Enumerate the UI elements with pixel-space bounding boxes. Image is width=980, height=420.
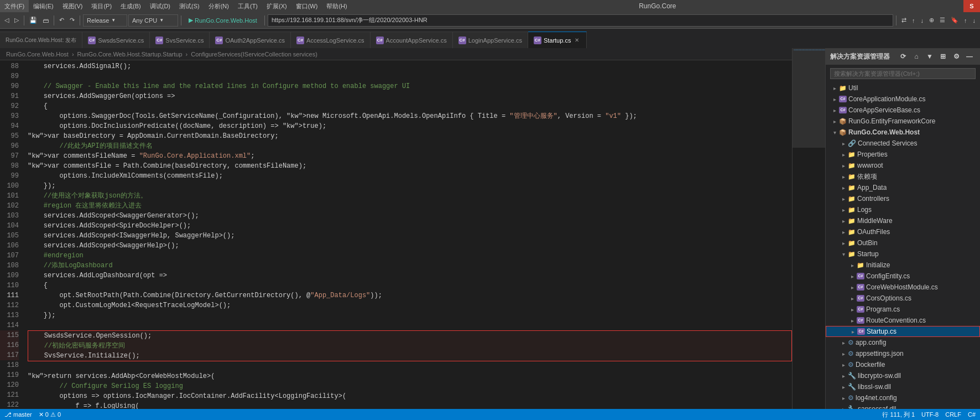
url-bar[interactable] bbox=[268, 14, 893, 27]
menu-help[interactable]: 帮助(H) bbox=[322, 0, 351, 12]
tree-node-10[interactable]: ▸ 📁 Controllers bbox=[826, 193, 980, 204]
save-all-button[interactable]: 🗃 bbox=[40, 16, 51, 25]
tree-node-23[interactable]: ▸ ⚙ app.config bbox=[826, 337, 980, 348]
code-line-98: "kw">var commentsFile = Path.Combine(bas… bbox=[28, 161, 792, 171]
tree-arrow-24: ▸ bbox=[839, 351, 848, 357]
sol-sync-btn[interactable]: ⟳ bbox=[897, 50, 909, 63]
minimap-panel: ████████████████████████████████████████… bbox=[792, 48, 825, 409]
toolbar-icon-6[interactable]: 🔖 bbox=[948, 15, 961, 25]
platform-label: Any CPU bbox=[132, 17, 157, 24]
tab-1[interactable]: C# SwsdsService.cs bbox=[82, 32, 150, 48]
tree-node-28[interactable]: ▸ ⚙ log4net.config bbox=[826, 392, 980, 403]
tree-node-1[interactable]: ▸ C# CoreApplicationModule.cs bbox=[826, 94, 980, 105]
tree-node-20[interactable]: ▸ C# Program.cs bbox=[826, 304, 980, 315]
menu-analyze[interactable]: 分析(N) bbox=[204, 0, 233, 12]
toolbar-icon-5[interactable]: ☰ bbox=[937, 15, 947, 25]
tree-label-5: Connected Services bbox=[858, 139, 917, 147]
tree-node-9[interactable]: ▸ 📁 App_Data bbox=[826, 182, 980, 193]
tree-node-17[interactable]: ▸ C# ConfigEntity.cs bbox=[826, 271, 980, 282]
tree-node-25[interactable]: ▸ ⚙ Dockerfile bbox=[826, 359, 980, 370]
tab-0[interactable]: RunGo.Core.Web.Host: 发布 bbox=[0, 32, 82, 48]
toolbar-icon-4[interactable]: ⊕ bbox=[927, 15, 936, 25]
tree-node-24[interactable]: ▸ ⚙ appsettings.json bbox=[826, 348, 980, 359]
menu-test[interactable]: 测试(S) bbox=[175, 0, 204, 12]
code-line-116: //初始化密码服务程序空间 bbox=[28, 341, 791, 351]
tab-4[interactable]: C# AccessLogService.cs bbox=[291, 32, 371, 48]
cs-icon: C# bbox=[857, 284, 864, 291]
code-line-90: // Swagger - Enable this line and the re… bbox=[28, 81, 792, 91]
main-layout: RunGo.Core.Web.Host › RunGo.Core.Web.Hos… bbox=[0, 48, 980, 409]
menu-file[interactable]: 文件(F) bbox=[0, 0, 29, 12]
menu-extensions[interactable]: 扩展(X) bbox=[262, 0, 291, 12]
toolbar-sep-4 bbox=[181, 15, 181, 25]
menu-tools[interactable]: 工具(T) bbox=[233, 0, 262, 12]
code-content[interactable]: services.AddSignalR(); // Swagger - Enab… bbox=[23, 60, 792, 409]
sol-close-btn[interactable]: — bbox=[963, 50, 976, 63]
sol-expand-btn[interactable]: ⊞ bbox=[937, 50, 949, 63]
sol-home-btn[interactable]: ⌂ bbox=[910, 50, 922, 63]
toolbar-icon-1[interactable]: ⇄ bbox=[899, 15, 909, 25]
tree-node-13[interactable]: ▸ 📁 OAuthFiles bbox=[826, 226, 980, 237]
tree-node-16[interactable]: ▸ 📁 Initialize bbox=[826, 260, 980, 271]
save-button[interactable]: 💾 bbox=[27, 15, 39, 25]
forward-button[interactable]: ▷ bbox=[12, 15, 21, 25]
sol-filter-btn[interactable]: ▼ bbox=[924, 50, 936, 63]
tree-node-27[interactable]: ▸ 🔧 libssl-sw.dll bbox=[826, 381, 980, 392]
tree-node-2[interactable]: ▸ C# CoreAppServiceBase.cs bbox=[826, 105, 980, 116]
menu-build[interactable]: 生成(B) bbox=[116, 0, 145, 12]
status-bar: ⎇ master ✕ 0 ⚠ 0 行 111, 列 1 UTF-8 CRLF C… bbox=[0, 409, 980, 420]
back-button[interactable]: ◁ bbox=[2, 15, 11, 25]
tree-node-8[interactable]: ▸ 📁 依赖项 bbox=[826, 171, 980, 182]
tree-node-19[interactable]: ▸ C# CorsOptions.cs bbox=[826, 293, 980, 304]
menu-bar[interactable]: 文件(F) 编辑(E) 视图(V) 项目(P) 生成(B) 调试(D) 测试(S… bbox=[0, 0, 352, 12]
breadcrumb: RunGo.Core.Web.Host › RunGo.Core.Web.Hos… bbox=[0, 48, 792, 60]
tree-node-12[interactable]: ▸ 📁 MiddleWare bbox=[826, 215, 980, 226]
tab-close-7[interactable]: ✕ bbox=[573, 37, 581, 44]
toolbar-icon-2[interactable]: ↑ bbox=[910, 16, 918, 25]
tree-node-3[interactable]: ▸ 📦 RunGo.EntityFrameworkCore bbox=[826, 116, 980, 127]
tree-node-14[interactable]: ▸ 📁 OutBin bbox=[826, 237, 980, 248]
tab-3[interactable]: C# OAuth2AppService.cs bbox=[210, 32, 291, 48]
tab-6[interactable]: C# LoginAppService.cs bbox=[453, 32, 528, 48]
tree-node-18[interactable]: ▸ C# CoreWebHostModule.cs bbox=[826, 282, 980, 293]
tree-node-22[interactable]: ▸ C# Startup.cs bbox=[826, 326, 980, 337]
menu-project[interactable]: 项目(P) bbox=[87, 0, 116, 12]
config-icon: ⚙ bbox=[848, 350, 854, 357]
tab-2[interactable]: C# SvsService.cs bbox=[150, 32, 210, 48]
config-dropdown[interactable]: Release ▼ bbox=[83, 14, 127, 27]
toolbar-icon-8[interactable]: ↓ bbox=[971, 16, 978, 25]
code-line-99: options.IncludeXmlComments(commentsFile)… bbox=[28, 171, 792, 181]
tab-5[interactable]: C# AccountAppService.cs bbox=[371, 32, 453, 48]
tree-node-11[interactable]: ▸ 📁 Logs bbox=[826, 204, 980, 215]
solution-search[interactable] bbox=[826, 65, 980, 82]
menu-debug[interactable]: 调试(D) bbox=[145, 0, 175, 12]
tree-node-15[interactable]: ▾ 📁 Startup bbox=[826, 248, 980, 260]
tree-node-29[interactable]: ▸ 🔧 sansecsaf.dll bbox=[826, 403, 980, 409]
tree-node-7[interactable]: ▸ 📁 wwwroot bbox=[826, 160, 980, 171]
code-line-93: options.SwaggerDoc(Tools.GetServiceName(… bbox=[28, 111, 792, 121]
tree-node-6[interactable]: ▸ 📁 Properties bbox=[826, 149, 980, 160]
toolbar-sep-6 bbox=[896, 15, 896, 25]
tree-node-0[interactable]: ▸ 📁 Util bbox=[826, 82, 980, 94]
redo-button[interactable]: ↷ bbox=[67, 15, 77, 25]
title-bar: 文件(F) 编辑(E) 视图(V) 项目(P) 生成(B) 调试(D) 测试(S… bbox=[0, 0, 980, 12]
menu-edit[interactable]: 编辑(E) bbox=[29, 0, 58, 12]
toolbar-icon-3[interactable]: ↓ bbox=[919, 16, 926, 25]
toolbar-icon-7[interactable]: ↑ bbox=[962, 16, 969, 25]
sol-settings-btn[interactable]: ⚙ bbox=[950, 50, 962, 63]
code-line-114 bbox=[28, 320, 792, 330]
tab-7[interactable]: C# Startup.cs ✕ bbox=[528, 32, 587, 48]
tree-node-21[interactable]: ▸ C# RouteConvention.cs bbox=[826, 315, 980, 326]
solution-search-input[interactable] bbox=[830, 68, 976, 79]
user-avatar[interactable]: S bbox=[963, 0, 980, 12]
status-errors[interactable]: ✕ 0 ⚠ 0 bbox=[39, 411, 61, 418]
menu-window[interactable]: 窗口(W) bbox=[291, 0, 322, 12]
tree-label-4: RunGo.Core.Web.Host bbox=[848, 128, 920, 136]
tree-node-5[interactable]: ▸ 🔗 Connected Services bbox=[826, 138, 980, 149]
undo-button[interactable]: ↶ bbox=[57, 15, 66, 25]
tree-node-26[interactable]: ▸ 🔧 libcrypto-sw.dll bbox=[826, 370, 980, 381]
tree-node-4[interactable]: ▾ 📦 RunGo.Core.Web.Host bbox=[826, 127, 980, 138]
menu-view[interactable]: 视图(V) bbox=[58, 0, 87, 12]
run-button[interactable]: ▶ RunGo.Core.Web.Host bbox=[184, 15, 262, 25]
platform-dropdown[interactable]: Any CPU ▼ bbox=[128, 14, 178, 27]
